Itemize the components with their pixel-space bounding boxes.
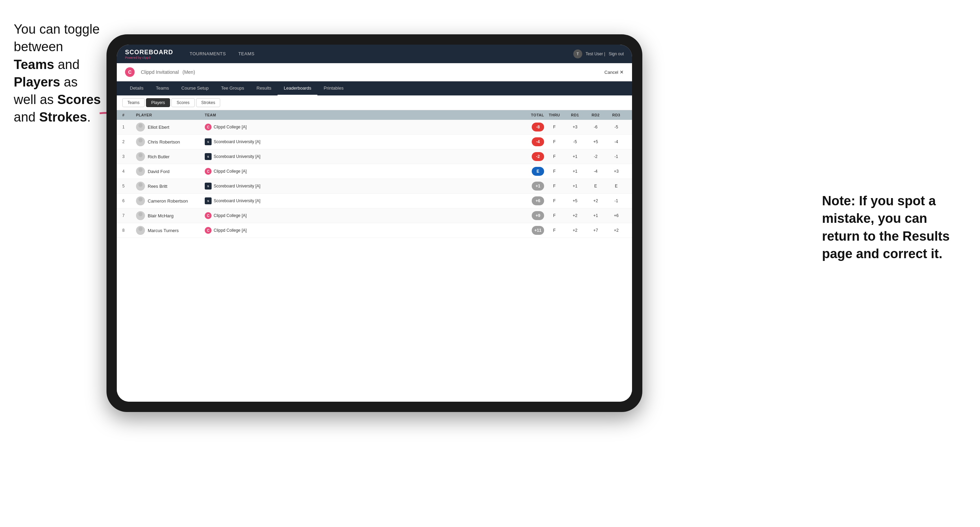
team-logo: S <box>205 197 212 204</box>
table-row[interactable]: 3 Rich Butler S Scoreboard University [A… <box>117 149 632 164</box>
table-row[interactable]: 4 David Ford C Clippd College [A] E F +1… <box>117 164 632 179</box>
strokes-bold: Strokes <box>39 110 87 124</box>
rd2-cell: E <box>585 184 606 189</box>
tablet-screen: SCOREBOARD Powered by clippd TOURNAMENTS… <box>117 44 632 402</box>
svg-point-16 <box>137 232 144 235</box>
svg-point-12 <box>137 202 144 205</box>
thru-cell: F <box>544 169 565 174</box>
player-avatar <box>136 122 145 132</box>
table-row[interactable]: 5 Rees Britt S Scoreboard University [A]… <box>117 179 632 194</box>
tab-course-setup[interactable]: Course Setup <box>175 81 215 95</box>
svg-point-8 <box>137 172 144 176</box>
total-cell: -8 <box>513 122 544 132</box>
rd2-cell: +2 <box>585 198 606 203</box>
left-annotation: You can toggle between Teams and Players… <box>14 21 103 126</box>
table-row[interactable]: 2 Chris Robertson S Scoreboard Universit… <box>117 135 632 149</box>
table-row[interactable]: 1 Elliot Ebert C Clippd College [A] -8 F… <box>117 120 632 135</box>
col-team: TEAM <box>205 113 513 117</box>
rd2-cell: -2 <box>585 154 606 159</box>
nav-teams[interactable]: TEAMS <box>232 44 261 63</box>
team-logo: C <box>205 124 212 130</box>
team-name: Clippd College [A] <box>214 169 247 174</box>
rank-cell: 3 <box>122 154 136 159</box>
svg-point-2 <box>137 128 144 132</box>
svg-point-9 <box>138 183 143 187</box>
thru-cell: F <box>544 213 565 218</box>
sub-tab-scores[interactable]: Scores <box>172 98 194 107</box>
team-cell: S Scoreboard University [A] <box>205 138 513 145</box>
header-nav: TOURNAMENTS TEAMS <box>183 44 573 63</box>
app-header: SCOREBOARD Powered by clippd TOURNAMENTS… <box>117 44 632 63</box>
svg-point-5 <box>138 153 143 157</box>
rd2-cell: -6 <box>585 125 606 129</box>
sub-tab-players[interactable]: Players <box>146 98 170 107</box>
user-avatar: T <box>573 49 582 58</box>
total-cell: +11 <box>513 226 544 235</box>
header-user: T Test User | Sign out <box>573 49 624 58</box>
rd3-cell: E <box>606 184 627 189</box>
rank-cell: 6 <box>122 198 136 203</box>
nav-tournaments[interactable]: TOURNAMENTS <box>183 44 232 63</box>
team-cell: S Scoreboard University [A] <box>205 153 513 160</box>
tournament-logo: C <box>125 67 135 77</box>
player-name: David Ford <box>148 169 170 174</box>
col-total: TOTAL <box>513 113 544 117</box>
rank-cell: 5 <box>122 184 136 189</box>
user-label: Test User | <box>585 51 605 56</box>
rank-cell: 1 <box>122 125 136 129</box>
tab-results[interactable]: Results <box>250 81 278 95</box>
player-cell: David Ford <box>136 167 205 176</box>
rd1-cell: +1 <box>565 154 585 159</box>
tab-printables[interactable]: Printables <box>317 81 350 95</box>
right-annotation: Note: If you spot a mistake, you can ret… <box>822 192 966 263</box>
player-avatar <box>136 167 145 176</box>
team-name: Clippd College [A] <box>214 228 247 233</box>
score-badge: +1 <box>532 182 544 190</box>
player-avatar <box>136 196 145 205</box>
cancel-button[interactable]: Cancel ✕ <box>605 69 624 75</box>
rank-cell: 4 <box>122 169 136 174</box>
rd2-cell: +7 <box>585 228 606 233</box>
tab-tee-groups[interactable]: Tee Groups <box>215 81 250 95</box>
tab-details[interactable]: Details <box>124 81 150 95</box>
tab-leaderboards[interactable]: Leaderboards <box>278 81 317 95</box>
col-thru: THRU <box>544 113 565 117</box>
rank-cell: 8 <box>122 228 136 233</box>
thru-cell: F <box>544 184 565 189</box>
sign-out-link[interactable]: Sign out <box>609 51 624 56</box>
team-name: Scoreboard University [A] <box>214 184 260 189</box>
total-cell: +1 <box>513 182 544 190</box>
note-label: Note: If you spot a mistake, you can ret… <box>822 194 950 261</box>
player-cell: Rich Butler <box>136 152 205 161</box>
scores-bold: Scores <box>57 92 101 107</box>
svg-point-7 <box>138 168 143 172</box>
rd3-cell: -1 <box>606 154 627 159</box>
col-player: PLAYER <box>136 113 205 117</box>
team-logo: C <box>205 227 212 234</box>
team-logo: S <box>205 153 212 160</box>
table-row[interactable]: 8 Marcus Turners C Clippd College [A] +1… <box>117 223 632 238</box>
svg-point-10 <box>137 187 144 190</box>
col-rank: # <box>122 113 136 117</box>
teams-bold: Teams <box>14 57 54 72</box>
total-cell: -2 <box>513 152 544 161</box>
player-name: Chris Robertson <box>148 140 180 144</box>
team-cell: C Clippd College [A] <box>205 227 513 234</box>
sub-tab-teams[interactable]: Teams <box>122 98 145 107</box>
player-name: Elliot Ebert <box>148 125 169 130</box>
svg-point-3 <box>138 138 143 143</box>
score-badge: +6 <box>532 196 544 205</box>
player-avatar <box>136 182 145 190</box>
player-avatar <box>136 152 145 161</box>
logo-title: SCOREBOARD <box>125 49 173 56</box>
player-cell: Marcus Turners <box>136 226 205 235</box>
col-rd3: RD3 <box>606 113 627 117</box>
sub-tab-strokes[interactable]: Strokes <box>196 98 221 107</box>
total-cell: +6 <box>513 196 544 205</box>
svg-point-14 <box>137 217 144 220</box>
table-row[interactable]: 7 Blair McHarg C Clippd College [A] +9 F… <box>117 208 632 223</box>
tab-teams[interactable]: Teams <box>150 81 175 95</box>
tournament-name: Clippd Invitational (Men) <box>139 69 195 76</box>
player-avatar <box>136 211 145 220</box>
table-row[interactable]: 6 Cameron Robertson S Scoreboard Univers… <box>117 194 632 208</box>
